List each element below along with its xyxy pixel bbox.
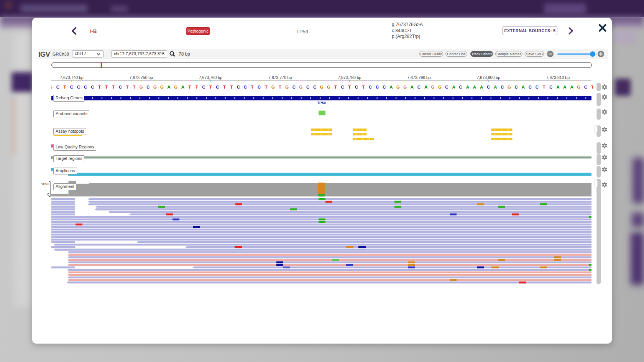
svg-text:T: T [251, 85, 254, 89]
svg-text:C: C [84, 85, 87, 89]
svg-text:T: T [223, 85, 226, 89]
svg-text:C: C [91, 85, 94, 89]
svg-text:C: C [56, 85, 59, 89]
svg-text:G: G [174, 85, 177, 89]
svg-text:C: C [244, 85, 247, 89]
svg-text:C: C [459, 85, 462, 89]
svg-text:C: C [417, 85, 421, 89]
svg-text:7,673,750 bp: 7,673,750 bp [130, 75, 153, 80]
svg-text:T: T [591, 85, 594, 89]
svg-text:T: T [265, 85, 268, 89]
svg-text:7,673,760 bp: 7,673,760 bp [199, 75, 222, 80]
svg-text:G: G [153, 85, 157, 89]
svg-text:G: G [320, 85, 324, 89]
svg-text:A: A [473, 85, 476, 89]
svg-text:A: A [570, 85, 573, 89]
svg-text:C: C [445, 85, 448, 89]
svg-text:T: T [348, 85, 351, 89]
svg-text:G: G [299, 85, 303, 89]
svg-text:A: A [494, 85, 497, 89]
svg-text:A: A [480, 85, 483, 89]
svg-text:G: G [438, 85, 442, 89]
svg-text:A: A [556, 85, 559, 89]
svg-text:G: G [431, 85, 435, 89]
svg-text:A: A [522, 85, 525, 89]
svg-text:T: T [105, 85, 108, 89]
svg-text:A: A [424, 85, 427, 89]
svg-text:C: C [529, 85, 532, 89]
svg-text:T: T [63, 85, 66, 89]
svg-text:7,673,810 bp: 7,673,810 bp [546, 75, 570, 80]
svg-text:C: C [501, 85, 504, 89]
svg-text:T: T [98, 85, 101, 89]
svg-text:A: A [389, 85, 393, 89]
svg-text:A: A [466, 85, 469, 89]
svg-text:C: C [237, 85, 240, 89]
svg-text:T: T [112, 85, 115, 89]
svg-text:G: G [508, 85, 511, 89]
svg-text:G: G [403, 85, 407, 89]
svg-text:C: C [202, 85, 205, 89]
svg-text:T: T [334, 85, 337, 89]
svg-text:C: C [515, 85, 518, 89]
svg-text:G: G [49, 85, 53, 89]
svg-text:C: C [119, 85, 122, 89]
svg-text:G: G [160, 85, 164, 89]
svg-text:G: G [396, 85, 400, 89]
svg-text:T: T [209, 85, 212, 89]
svg-text:C: C [536, 85, 539, 89]
svg-text:C: C [584, 85, 587, 89]
svg-text:C: C [341, 85, 344, 89]
svg-text:C: C [549, 85, 552, 89]
svg-text:G: G [327, 85, 330, 89]
svg-text:1093: 1093 [41, 182, 49, 186]
svg-text:C: C [77, 85, 80, 89]
svg-text:7,673,800 bp: 7,673,800 bp [477, 75, 500, 80]
svg-text:C: C [383, 85, 386, 89]
svg-text:C: C [376, 85, 379, 89]
svg-text:T: T [133, 85, 136, 89]
svg-text:C: C [70, 85, 73, 89]
svg-text:A: A [168, 85, 171, 89]
svg-text:A: A [452, 85, 455, 89]
svg-text:T: T [188, 85, 191, 89]
svg-text:C: C [216, 85, 219, 89]
svg-text:C: C [313, 85, 316, 89]
svg-text:0: 0 [47, 192, 49, 196]
svg-text:7,673,790 bp: 7,673,790 bp [407, 75, 430, 80]
svg-text:T: T [230, 85, 233, 89]
svg-text:A: A [181, 85, 184, 89]
svg-text:7,673,770 bp: 7,673,770 bp [268, 75, 292, 80]
svg-text:G: G [577, 85, 580, 89]
svg-text:G: G [285, 85, 289, 89]
svg-text:C: C [292, 85, 296, 89]
svg-text:T: T [279, 85, 281, 89]
svg-text:C: C [369, 85, 372, 89]
svg-text:G: G [271, 85, 275, 89]
svg-text:T: T [196, 85, 198, 89]
svg-text:A: A [411, 85, 414, 89]
svg-text:C: C [146, 85, 150, 89]
svg-text:T: T [126, 85, 128, 89]
svg-text:C: C [355, 85, 358, 89]
svg-text:T: T [362, 85, 365, 89]
svg-text:7,673,780 bp: 7,673,780 bp [338, 75, 361, 80]
svg-text:TP53: TP53 [317, 100, 326, 105]
svg-text:G: G [140, 85, 143, 89]
svg-text:C: C [487, 85, 490, 89]
svg-text:T: T [543, 85, 545, 89]
svg-text:C: C [258, 85, 261, 89]
svg-text:C: C [306, 85, 309, 89]
svg-text:7,673,740 bp: 7,673,740 bp [60, 75, 83, 80]
svg-text:A: A [563, 85, 566, 89]
